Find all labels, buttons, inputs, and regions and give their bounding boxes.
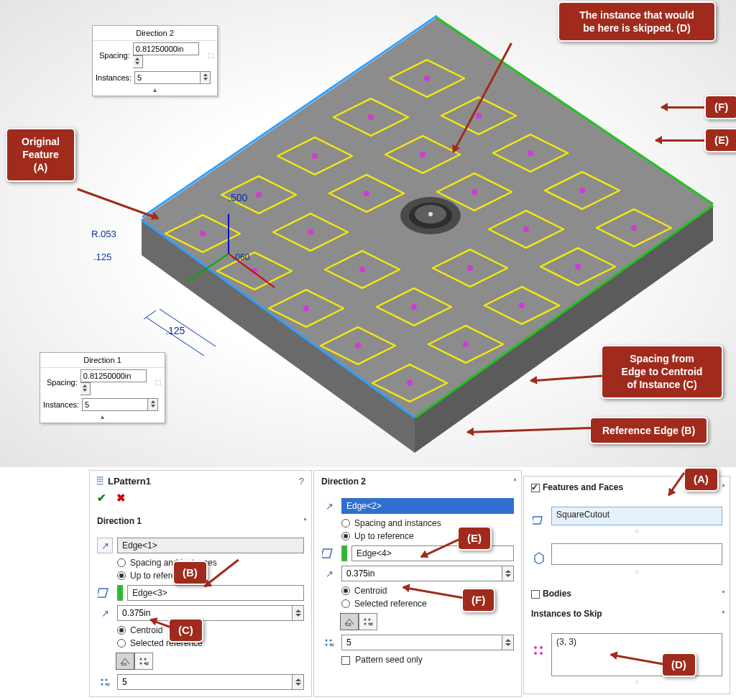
- dim-panel-title: Direction 2: [93, 26, 217, 41]
- instance-centroid-dot[interactable]: [424, 75, 430, 81]
- instance-centroid-dot[interactable]: [528, 150, 533, 156]
- chevron-up-icon[interactable]: ▴: [93, 86, 217, 96]
- d1-offset-input[interactable]: [117, 605, 293, 621]
- count-icon: #: [321, 635, 337, 650]
- d2-instances-input[interactable]: [134, 71, 201, 84]
- instance-centroid-dot[interactable]: [308, 229, 313, 235]
- collapse-handle-icon[interactable]: ○: [551, 568, 722, 576]
- count-icon: #: [97, 674, 113, 690]
- instance-centroid-dot[interactable]: [476, 113, 482, 119]
- instances-skip-list[interactable]: (3, 3): [551, 633, 722, 676]
- features-faces-checkbox[interactable]: [531, 484, 540, 492]
- d2-spacing-mode-button[interactable]: D2: [340, 613, 359, 630]
- collapse-handle-icon[interactable]: ○: [551, 527, 722, 535]
- spinner-icon[interactable]: [133, 55, 143, 68]
- tag-d: (D): [661, 653, 696, 677]
- skip-icon: [531, 643, 547, 659]
- svg-line-20: [147, 318, 204, 356]
- instance-centroid-dot[interactable]: [420, 152, 426, 157]
- spinner-icon[interactable]: [293, 605, 304, 621]
- d1-count-mode-button[interactable]: #: [134, 653, 153, 670]
- spinner-icon[interactable]: [502, 635, 514, 650]
- svg-text:#: #: [331, 643, 334, 648]
- ok-button[interactable]: ✔: [97, 492, 106, 505]
- d1-opt-centroid[interactable]: Centroid: [117, 625, 304, 635]
- d1-spacing-mode-button[interactable]: D1: [116, 653, 134, 670]
- callout-pointer: [656, 139, 704, 142]
- svg-rect-22: [98, 589, 108, 597]
- d1-direction-edge[interactable]: Edge<1>: [117, 538, 304, 553]
- d2-count-mode-button[interactable]: #: [359, 613, 377, 630]
- direction-arrow-icon[interactable]: ↗: [97, 538, 113, 553]
- spinner-icon[interactable]: [80, 382, 91, 395]
- spinner-icon[interactable]: [293, 674, 304, 690]
- d1-opt-spacing[interactable]: Spacing and instances: [117, 558, 304, 568]
- d1-opt-selref[interactable]: Selected reference: [117, 638, 304, 648]
- pattern-seed-checkbox[interactable]: [341, 656, 350, 665]
- svg-text:.060: .060: [233, 252, 250, 262]
- svg-point-10: [428, 212, 433, 216]
- link-icon[interactable]: ⬚: [208, 52, 214, 59]
- instance-centroid-dot[interactable]: [200, 231, 206, 236]
- d1-count-input[interactable]: [117, 674, 293, 690]
- instance-centroid-dot[interactable]: [519, 303, 525, 308]
- instance-centroid-dot[interactable]: [411, 304, 417, 310]
- d1-instances-input[interactable]: [82, 398, 148, 411]
- instance-centroid-dot[interactable]: [472, 189, 477, 195]
- spinner-icon[interactable]: [148, 398, 158, 411]
- chevron-up-icon[interactable]: ˄: [722, 484, 725, 492]
- instance-centroid-dot[interactable]: [575, 264, 581, 270]
- svg-line-21: [144, 310, 156, 319]
- instance-centroid-dot[interactable]: [359, 267, 365, 272]
- d2-offset-input[interactable]: [341, 566, 502, 581]
- instance-centroid-dot[interactable]: [364, 190, 369, 196]
- green-highlight-icon: [341, 545, 347, 561]
- direction-arrow-icon[interactable]: ↗: [321, 498, 337, 514]
- svg-text:D1: D1: [121, 662, 127, 666]
- spinner-icon[interactable]: [201, 71, 211, 84]
- collapse-handle-icon[interactable]: ○: [551, 678, 722, 686]
- chevron-up-icon[interactable]: ˄: [303, 517, 307, 525]
- d2-count-input[interactable]: [341, 635, 502, 650]
- d1-reference-edge[interactable]: Edge<3>: [127, 585, 304, 601]
- instance-centroid-dot[interactable]: [355, 343, 361, 349]
- cancel-button[interactable]: ✖: [116, 492, 126, 505]
- instance-centroid-dot[interactable]: [312, 153, 318, 159]
- instance-centroid-dot[interactable]: [631, 225, 637, 231]
- d1-spacing-input[interactable]: [80, 369, 147, 382]
- dim-panel-title: Direction 1: [40, 353, 165, 368]
- instance-centroid-dot[interactable]: [407, 380, 413, 386]
- svg-point-48: [540, 646, 543, 649]
- callout-e: (E): [704, 128, 736, 152]
- graphics-viewport[interactable]: .500 R.053 .125 .125 .060 Direction 2 Sp…: [0, 0, 736, 467]
- offset-arrow-icon[interactable]: ↗: [97, 605, 113, 621]
- feature-title: LPattern1: [108, 476, 151, 487]
- instance-centroid-dot[interactable]: [303, 305, 309, 311]
- chevron-up-icon[interactable]: ˄: [513, 478, 517, 486]
- svg-point-36: [364, 619, 367, 621]
- link-icon[interactable]: ⬚: [155, 379, 162, 386]
- svg-rect-34: [322, 549, 332, 558]
- instance-centroid-dot[interactable]: [256, 192, 262, 198]
- chevron-up-icon[interactable]: ▴: [40, 413, 165, 423]
- offset-arrow-icon[interactable]: ↗: [321, 566, 337, 581]
- spinner-icon[interactable]: [502, 566, 514, 581]
- help-icon[interactable]: ?: [299, 476, 304, 487]
- reference-icon: [97, 585, 113, 601]
- chevron-up-icon[interactable]: ˄: [722, 610, 725, 618]
- chevron-down-icon[interactable]: ˅: [722, 590, 725, 598]
- instance-centroid-dot[interactable]: [523, 226, 529, 232]
- instance-centroid-dot[interactable]: [467, 265, 473, 271]
- instance-centroid-dot[interactable]: [579, 188, 585, 193]
- tag-f: (F): [461, 588, 495, 612]
- d2-spacing-input[interactable]: [133, 42, 199, 55]
- d2-direction-edge[interactable]: Edge<2>: [341, 498, 514, 514]
- svg-point-29: [101, 679, 104, 681]
- svg-point-47: [534, 646, 537, 649]
- instance-centroid-dot[interactable]: [368, 114, 374, 120]
- instance-centroid-dot[interactable]: [463, 341, 469, 347]
- features-list[interactable]: SquareCutout: [551, 507, 722, 525]
- faces-list[interactable]: [551, 543, 722, 565]
- bodies-checkbox[interactable]: [531, 590, 540, 599]
- svg-text:.500: .500: [228, 192, 247, 203]
